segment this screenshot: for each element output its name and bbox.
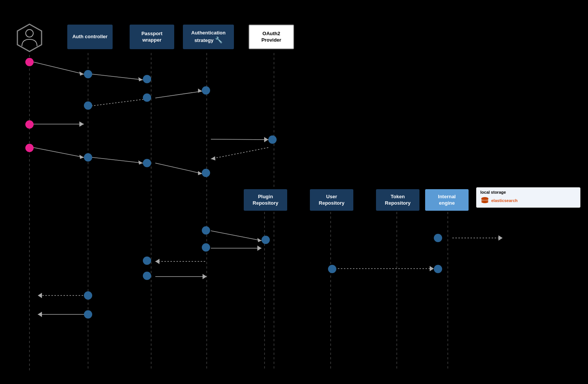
local-storage-box: local storage elasticsearch — [476, 187, 580, 208]
local-storage-title: local storage — [480, 190, 576, 194]
token-repo-box: TokenRepository — [376, 189, 419, 211]
dot-pw-3 — [143, 159, 151, 167]
actor-user — [14, 23, 45, 53]
dot-as-3 — [202, 226, 210, 235]
svg-marker-34 — [155, 259, 159, 264]
db-icon — [480, 196, 489, 205]
dot-oauth-1 — [268, 135, 277, 144]
svg-line-27 — [211, 148, 268, 159]
svg-line-13 — [155, 91, 202, 98]
dot-ac-3 — [84, 153, 92, 162]
dot-ac-5 — [84, 310, 92, 319]
svg-marker-44 — [38, 312, 42, 317]
svg-line-29 — [211, 231, 262, 241]
svg-line-23 — [155, 163, 202, 174]
auth-strategy-box: Authenticationstrategy 🔧 — [183, 25, 234, 49]
svg-line-11 — [92, 74, 143, 80]
svg-marker-22 — [138, 160, 143, 165]
dot-pw-4 — [143, 257, 151, 265]
svg-line-25 — [211, 139, 268, 140]
dot-ac-4 — [84, 291, 92, 300]
svg-point-49 — [481, 201, 488, 203]
dot-plugin-1 — [262, 236, 270, 244]
svg-marker-32 — [257, 246, 262, 251]
svg-marker-30 — [257, 238, 262, 242]
svg-marker-10 — [79, 72, 84, 76]
dot-user-pink-1 — [25, 58, 34, 66]
dot-pink-2 — [25, 120, 34, 129]
oauth2-provider-box: OAuth2Provider — [249, 25, 294, 49]
diagram-container: Auth controller Passport wrapper Authent… — [0, 0, 588, 384]
svg-marker-20 — [79, 155, 84, 159]
internal-engine-box: Internalengine — [425, 189, 469, 211]
auth-controller-box: Auth controller — [67, 25, 113, 49]
svg-marker-45 — [17, 24, 42, 51]
dot-pw-5 — [143, 272, 151, 280]
svg-marker-36 — [203, 274, 207, 279]
svg-marker-38 — [430, 266, 434, 271]
svg-marker-42 — [38, 293, 42, 298]
svg-marker-26 — [264, 137, 268, 142]
dot-ac-2 — [84, 101, 92, 110]
dot-pw-1 — [143, 75, 151, 83]
dot-pw-2 — [143, 93, 151, 102]
svg-line-19 — [34, 148, 84, 157]
svg-line-9 — [34, 62, 84, 74]
dot-user-1 — [328, 265, 336, 273]
plugin-repo-box: PluginRepository — [244, 189, 287, 211]
dot-internal-2 — [434, 265, 442, 273]
dot-ac-1 — [84, 70, 92, 78]
svg-marker-28 — [211, 156, 215, 160]
elasticsearch-label: elasticsearch — [491, 198, 518, 203]
dot-as-2 — [202, 169, 210, 177]
svg-point-46 — [26, 30, 33, 37]
dot-internal-1 — [434, 234, 442, 242]
svg-line-21 — [92, 157, 143, 163]
user-repo-box: UserRepository — [310, 189, 353, 211]
svg-marker-40 — [498, 235, 503, 241]
dot-as-1 — [202, 86, 210, 95]
passport-wrapper-box: Passport wrapper — [130, 25, 174, 49]
dot-as-4 — [202, 243, 210, 252]
svg-marker-18 — [79, 121, 84, 127]
svg-marker-12 — [138, 77, 143, 81]
dot-pink-3 — [25, 144, 34, 152]
svg-line-15 — [88, 98, 151, 106]
